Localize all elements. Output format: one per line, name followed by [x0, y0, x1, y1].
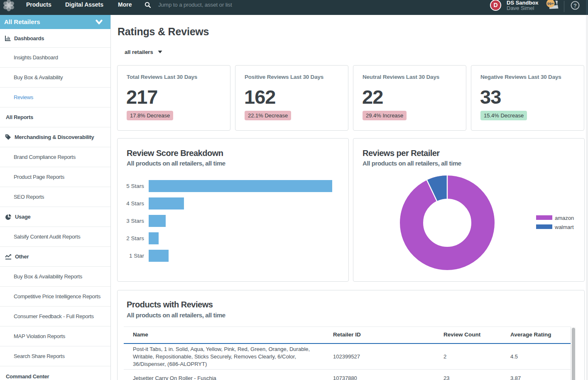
svg-text:?: ? — [573, 2, 577, 9]
svg-text:99+: 99+ — [547, 1, 554, 6]
